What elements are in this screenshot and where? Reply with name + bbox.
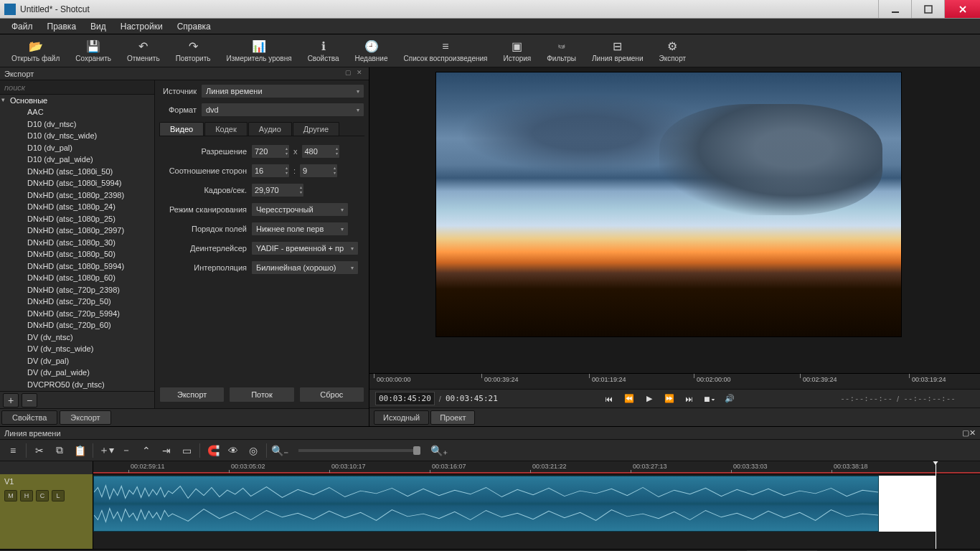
aspect-num-spinner[interactable]: 16 [251, 164, 290, 178]
video-clip[interactable] [93, 476, 879, 532]
peak-meter-button[interactable]: 📊Измеритель уровня [219, 36, 298, 66]
timeline-close-icon[interactable]: ✕ [969, 428, 976, 438]
menu-настройки[interactable]: Настройки [113, 19, 170, 34]
skip-start-button[interactable]: ⏮ [601, 392, 617, 406]
properties-button[interactable]: ℹСвойства [301, 36, 347, 66]
playlist-button[interactable]: ≡Список воспроизведения [397, 36, 495, 66]
preset-add-button[interactable]: + [3, 393, 19, 408]
export-tab-кодек[interactable]: Кодек [204, 122, 248, 136]
preset-item[interactable]: DNxHD (atsc_720p_60) [0, 319, 154, 331]
fieldorder-combo[interactable]: Нижнее поле перв [251, 222, 349, 236]
open-file-button[interactable]: 📂Открыть файл [4, 36, 67, 66]
stream-button[interactable]: Поток [229, 387, 294, 402]
panel-close-icon[interactable]: ✕ [354, 69, 364, 79]
preset-search[interactable] [0, 80, 154, 95]
preset-item[interactable]: DNxHD (atsc_1080p_24) [0, 201, 154, 213]
preset-item[interactable]: DV (dv_ntsc) [0, 331, 154, 344]
menu-вид[interactable]: Вид [83, 19, 113, 34]
history-button[interactable]: ▣История [496, 36, 538, 66]
volume-button[interactable]: 🔊 [722, 392, 738, 406]
preset-item[interactable]: DNxHD (atsc_720p_5994) [0, 308, 154, 320]
copy-button[interactable]: ⧉ [51, 442, 68, 459]
preset-item[interactable]: DNxHD (atsc_720p_50) [0, 296, 154, 308]
fps-spinner[interactable]: 29,970 [251, 183, 304, 197]
zoom-out-button[interactable]: 🔍₋ [271, 442, 288, 459]
preview-tab-1[interactable]: Проект [430, 410, 475, 425]
preset-item[interactable]: AAC [0, 106, 154, 118]
preset-item[interactable]: DV (dv_pal_wide) [0, 367, 154, 379]
export-tab-аудио[interactable]: Аудио [248, 122, 292, 136]
preset-item[interactable]: DNxHD (atsc_1080p_30) [0, 237, 154, 249]
menu-файл[interactable]: Файл [4, 19, 40, 34]
cut-button[interactable]: ✂ [31, 442, 48, 459]
preview-viewport[interactable] [369, 67, 980, 373]
preset-item[interactable]: DNxHD (atsc_1080p_50) [0, 248, 154, 260]
zoom-in-button[interactable]: 🔍₊ [430, 442, 448, 459]
menu-правка[interactable]: Правка [40, 19, 84, 34]
interpolation-combo[interactable]: Билинейная (хорошо) [251, 260, 359, 275]
timeline-undock-icon[interactable]: ▢ [962, 428, 969, 438]
window-close-button[interactable] [944, 0, 980, 18]
zoom-slider[interactable] [298, 449, 420, 452]
track-button-l[interactable]: L [52, 490, 65, 501]
preset-item[interactable]: DNxHD (atsc_1080p_2997) [0, 225, 154, 237]
preset-item[interactable]: D10 (dv_ntsc_wide) [0, 130, 154, 142]
export-tab-видео[interactable]: Видео [159, 122, 204, 136]
remove-button[interactable]: － [118, 442, 135, 459]
preset-list[interactable]: Основные AACD10 (dv_ntsc)D10 (dv_ntsc_wi… [0, 95, 154, 391]
append-button[interactable]: ＋▾ [98, 442, 115, 459]
aspect-den-spinner[interactable]: 9 [299, 164, 338, 178]
redo-button[interactable]: ↷Повторить [169, 36, 218, 66]
save-button[interactable]: 💾Сохранить [68, 36, 118, 66]
snap-button[interactable]: 🧲 [204, 442, 222, 459]
export-action-button[interactable]: Экспорт [159, 387, 225, 402]
preset-item[interactable]: D10 (dv_pal_wide) [0, 154, 154, 166]
preset-item[interactable]: DNxHD (atsc_1080p_25) [0, 213, 154, 225]
preset-item[interactable]: DNxHD (atsc_1080p_5994) [0, 260, 154, 273]
preview-ruler[interactable]: 00:00:00:0000:00:39:2400:01:19:2400:02:0… [369, 373, 980, 389]
preset-remove-button[interactable]: − [22, 393, 37, 408]
stop-button[interactable]: ⏹▾ [702, 392, 717, 406]
current-timecode[interactable]: 00:03:45:20 [375, 392, 435, 405]
ripple-button[interactable]: ◎ [245, 442, 262, 459]
preset-item[interactable]: DNxHD (atsc_720p_2398) [0, 284, 154, 296]
preset-search-input[interactable] [4, 83, 150, 92]
timeline-button[interactable]: ⊟Линия времени [585, 36, 650, 66]
preset-item[interactable]: DV (dv_pal) [0, 355, 154, 367]
play-button[interactable]: ▶ [641, 392, 657, 406]
bottom-tab-0[interactable]: Свойства [1, 410, 57, 425]
source-combo[interactable]: Линия времени [201, 84, 364, 98]
preset-item[interactable]: DNxHD (atsc_1080p_2398) [0, 189, 154, 202]
preset-item[interactable]: DNxHD (atsc_1080i_5994) [0, 177, 154, 189]
bottom-tab-1[interactable]: Экспорт [60, 410, 110, 425]
playhead[interactable] [936, 461, 936, 549]
preset-category[interactable]: Основные [0, 95, 154, 106]
preset-item[interactable]: D10 (dv_ntsc) [0, 118, 154, 131]
format-combo[interactable]: dvd [201, 103, 364, 117]
resolution-width-spinner[interactable]: 720 [251, 144, 290, 159]
export-button[interactable]: ⚙Экспорт [651, 36, 693, 66]
fastforward-button[interactable]: ⏩ [661, 392, 677, 406]
resolution-height-spinner[interactable]: 480 [301, 144, 340, 159]
timeline-tracks[interactable]: 00:02:59:1100:03:05:0200:03:10:1700:03:1… [93, 461, 980, 549]
preset-item[interactable]: D10 (dv_pal) [0, 142, 154, 154]
preview-tab-0[interactable]: Исходный [374, 410, 429, 425]
scrub-button[interactable]: 👁 [225, 442, 242, 459]
lift-button[interactable]: ⌃ [138, 442, 155, 459]
reset-button[interactable]: Сброс [299, 387, 364, 402]
deinterlacer-combo[interactable]: YADIF - временной + пр [251, 241, 359, 255]
track-button-h[interactable]: H [20, 490, 33, 501]
skip-end-button[interactable]: ⏭ [682, 392, 697, 406]
overwrite-button[interactable]: ▭ [178, 442, 195, 459]
track-button-c[interactable]: C [36, 490, 49, 501]
scanmode-combo[interactable]: Чересстрочный [251, 202, 349, 217]
panel-undock-icon[interactable]: ▢ [343, 69, 353, 79]
filters-button[interactable]: ⎃Фильтры [540, 36, 583, 66]
window-maximize-button[interactable] [911, 0, 944, 18]
insert-button[interactable]: ⇥ [158, 442, 175, 459]
paste-button[interactable]: 📋 [71, 442, 88, 459]
export-tab-другие[interactable]: Другие [293, 122, 339, 136]
track-header-v1[interactable]: V1 MHCL [0, 474, 93, 549]
timeline-ruler[interactable]: 00:02:59:1100:03:05:0200:03:10:1700:03:1… [93, 461, 980, 474]
timeline-menu-button[interactable]: ≡ [4, 442, 22, 459]
